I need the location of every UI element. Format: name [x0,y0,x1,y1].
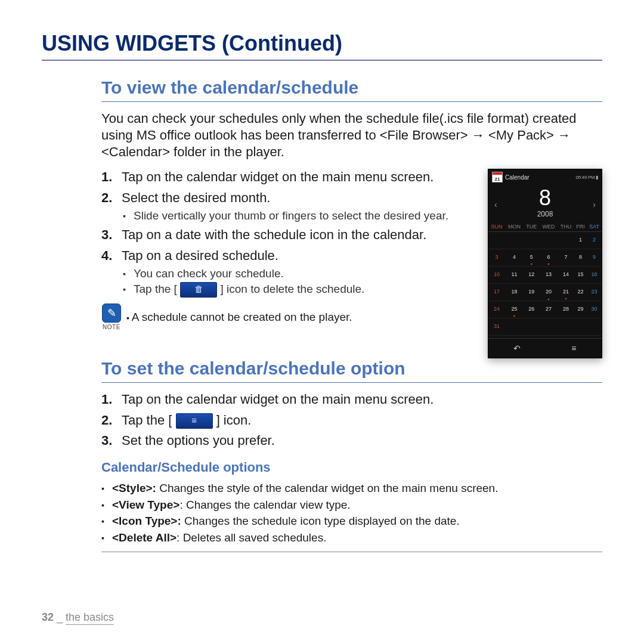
section-set-title: To set the calendar/schedule option [101,358,602,383]
options-list: <Style>: Changes the style of the calend… [101,480,602,552]
calendar-day[interactable]: 11 [505,267,524,284]
note-label: NOTE [103,324,120,330]
trash-icon: 🗑 [180,282,217,298]
calendar-app-icon: 21 [492,172,503,182]
set-steps: 1.Tap on the calendar widget on the main… [101,391,602,449]
calendar-day[interactable]: 10 [488,267,505,284]
calendar-day[interactable]: 19 [524,284,540,301]
section-view-intro: You can check your schedules only when t… [101,110,602,160]
status-bar: 05:49 PM ▮ [576,175,598,180]
calendar-day [488,232,505,249]
hamburger-menu-icon: ≡ [176,413,213,429]
calendar-grid[interactable]: SUNMONTUEWEDTHUFRISAT 123456789101112131… [488,222,602,336]
calendar-day [524,318,540,336]
calendar-day [505,232,524,249]
calendar-day[interactable]: 24 [488,301,505,318]
page-number: 32 [42,611,54,623]
day-header: MON [505,222,524,232]
calendar-day[interactable]: 21 [558,284,574,301]
calendar-day[interactable]: 14 [558,267,574,284]
calendar-day [505,318,524,336]
calendar-day [540,318,558,336]
calendar-day[interactable]: 31 [488,318,505,336]
note-text: A schedule cannot be created on the play… [126,311,352,324]
calendar-day[interactable]: 7 [558,249,574,267]
opt-viewtype: <View Type>: Changes the calendar view t… [101,497,602,513]
day-header: SUN [488,222,505,232]
back-icon[interactable]: ↶ [513,343,521,353]
page-title: USING WIDGETS (Continued) [42,31,602,61]
note-row: ✎ NOTE A schedule cannot be created on t… [101,304,477,330]
calendar-day[interactable]: 3 [488,249,505,267]
step-1: 1.Tap on the calendar widget on the main… [101,169,477,185]
calendar-day[interactable]: 18 [505,284,524,301]
manual-page: USING WIDGETS (Continued) To view the ca… [0,0,644,644]
day-header: TUE [524,222,540,232]
opt-deleteall: <Delete All>: Deletes all saved schedule… [101,530,602,546]
options-heading: Calendar/Schedule options [101,460,602,475]
calendar-day[interactable]: 17 [488,284,505,301]
note-icon: ✎ [102,304,121,323]
day-header: WED [540,222,558,232]
calendar-day[interactable]: 2 [587,232,602,249]
calendar-day[interactable]: 4 [505,249,524,267]
day-header: THU [558,222,574,232]
calendar-day[interactable]: 28 [558,301,574,318]
calendar-day[interactable]: 27 [540,301,558,318]
opt-style: <Style>: Changes the style of the calend… [101,480,602,497]
year-number: 2008 [497,210,593,218]
step-4-sub2: Tap the [ 🗑 ] icon to delete the schedul… [122,282,477,298]
calendar-day[interactable]: 22 [574,284,587,301]
calendar-day[interactable]: 23 [587,284,602,301]
calendar-day [574,318,587,336]
page-body: To view the calendar/schedule You can ch… [101,78,602,552]
calendar-day[interactable]: 25 [505,301,524,318]
content-row: 1.Tap on the calendar widget on the main… [101,169,602,358]
day-header: FRI [574,222,587,232]
month-number: 8 [497,187,593,209]
calendar-day[interactable]: 29 [574,301,587,318]
opt-icontype: <Icon Type>: Changes the schedule icon t… [101,513,602,530]
calendar-day[interactable]: 16 [587,267,602,284]
set-step-1: 1.Tap on the calendar widget on the main… [101,391,602,408]
section-view-title: To view the calendar/schedule [101,78,602,102]
calendar-app-label: Calendar [505,174,530,181]
step-4-sub1: You can check your schedule. [122,267,477,281]
step-2: 2.Select the desired month. Slide vertic… [101,190,477,224]
calendar-day[interactable]: 26 [524,301,540,318]
page-footer: 32 _ the basics [42,611,114,624]
menu-icon[interactable]: ≡ [571,343,576,353]
calendar-day [558,232,574,249]
next-month-icon[interactable]: › [593,200,596,209]
calendar-day[interactable]: 6 [540,249,558,267]
calendar-day[interactable]: 1 [574,232,587,249]
step-3: 3.Tap on a date with the schedule icon i… [101,227,477,243]
step-4: 4.Tap on a desired schedule. You can che… [101,247,477,298]
calendar-day [558,318,574,336]
footer-section: the basics [66,611,114,625]
calendar-day [540,232,558,249]
step-2-sub: Slide vertically your thumb or fingers t… [122,209,477,224]
calendar-day[interactable]: 8 [574,249,587,267]
calendar-day[interactable]: 12 [524,267,540,284]
calendar-screenshot: 21 Calendar 05:49 PM ▮ ‹ 8 2008 › SUNMON… [488,169,602,358]
calendar-day[interactable]: 13 [540,267,558,284]
calendar-day[interactable]: 9 [587,249,602,267]
set-step-2: 2. Tap the [ ≡ ] icon. [101,412,602,429]
set-step-3: 3.Set the options you prefer. [101,432,602,449]
day-header: SAT [587,222,602,232]
calendar-day [524,232,540,249]
calendar-day[interactable]: 20 [540,284,558,301]
view-steps: 1.Tap on the calendar widget on the main… [101,169,477,298]
calendar-day [587,318,602,336]
calendar-day[interactable]: 5 [524,249,540,267]
calendar-day[interactable]: 30 [587,301,602,318]
calendar-day[interactable]: 15 [574,267,587,284]
